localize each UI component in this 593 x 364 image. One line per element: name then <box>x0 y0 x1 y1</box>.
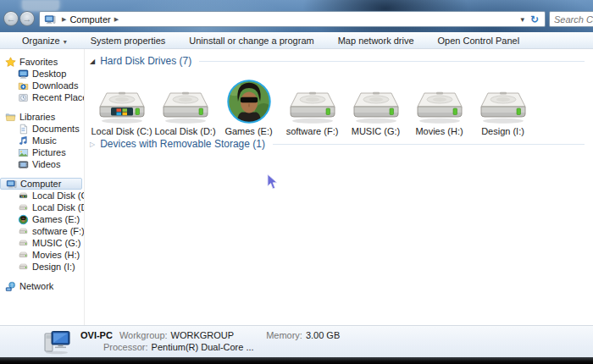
details-pane: OVI-PC Workgroup: WORKGROUP Memory: 3.00… <box>0 325 593 357</box>
status-lines: OVI-PC Workgroup: WORKGROUP Memory: 3.00… <box>80 330 340 354</box>
sidebar-gap <box>0 103 84 111</box>
drive-label: Design (I:) <box>481 126 524 136</box>
refresh-icon[interactable]: ↻ <box>529 14 542 25</box>
avatar-icon <box>18 214 29 225</box>
forward-button[interactable]: → <box>19 11 35 26</box>
group-header-removable[interactable]: ▷ Devices with Removable Storage (1) <box>90 138 585 150</box>
sidebar-item-network[interactable]: Network <box>0 280 84 292</box>
downloads-icon <box>18 80 29 91</box>
toolbar-button-map-network-drive[interactable]: Map network drive <box>326 36 426 46</box>
drives-row: Local Disk (C:)Local Disk (D:)Games (E:)… <box>90 78 585 136</box>
sidebar-item-favorites[interactable]: Favorites <box>0 56 84 68</box>
computer-icon <box>6 179 17 190</box>
sidebar-item-design-i[interactable]: Design (I:) <box>0 261 84 273</box>
drive-label: Movies (H:) <box>415 126 463 136</box>
sidebar-item-local-disk-c[interactable]: Local Disk (C:) <box>0 190 84 201</box>
sidebar-item-label: Libraries <box>19 112 55 122</box>
search-box[interactable] <box>549 11 593 27</box>
group-rule <box>199 61 585 62</box>
sidebar-gap <box>0 170 84 178</box>
sidebar-item-pictures[interactable]: Pictures <box>0 146 84 158</box>
sidebar-item-games-e[interactable]: Games (E:) <box>0 213 84 225</box>
address-bar[interactable]: ▶ Computer ▶ ▾ ↻ <box>39 11 546 27</box>
address-dropdown-icon[interactable]: ▾ <box>516 15 529 24</box>
sidebar-item-desktop[interactable]: Desktop <box>0 68 84 80</box>
status-line-1: OVI-PC Workgroup: WORKGROUP Memory: 3.00… <box>80 330 340 342</box>
toolbar-button-organize[interactable]: Organize▾ <box>10 36 79 46</box>
sidebar-item-label: Local Disk (D:) <box>32 202 85 212</box>
documents-icon <box>18 124 29 135</box>
taskbar-edge <box>0 357 593 364</box>
hard-drive-icon <box>416 78 463 125</box>
drive-local-disk-c[interactable]: Local Disk (C:) <box>90 78 153 136</box>
sidebar-item-label: Favorites <box>19 57 58 67</box>
breadcrumb-arrow-icon[interactable]: ▶ <box>114 16 119 23</box>
drive-icon <box>18 202 29 213</box>
music-icon <box>18 135 29 146</box>
status-line-2: Processor: Pentium(R) Dual-Core ... <box>103 342 340 354</box>
star-icon <box>5 57 16 68</box>
processor-label: Processor: <box>103 342 148 352</box>
videos-icon <box>18 159 29 170</box>
desktop-icon <box>18 69 29 80</box>
sidebar-item-label: Pictures <box>32 147 66 157</box>
sidebar-item-label: Desktop <box>32 69 66 79</box>
collapse-triangle-icon[interactable]: ◢ <box>90 58 95 65</box>
drive-music-g[interactable]: MUSIC (G:) <box>344 78 407 136</box>
sidebar-item-local-disk-d[interactable]: Local Disk (D:) <box>0 201 84 213</box>
sidebar-item-videos[interactable]: Videos <box>0 158 84 170</box>
sidebar-item-computer[interactable]: Computer <box>0 178 82 190</box>
command-toolbar: Organize▾System propertiesUninstall or c… <box>0 32 593 49</box>
sidebar-gap <box>0 273 84 280</box>
sidebar-item-music[interactable]: Music <box>0 135 84 146</box>
group-header-hdd[interactable]: ◢ Hard Disk Drives (7) <box>90 55 585 67</box>
drive-software-f[interactable]: software (F:) <box>280 78 344 136</box>
back-button[interactable]: ← <box>3 11 19 26</box>
computer-icon <box>42 329 71 356</box>
sidebar-item-libraries[interactable]: Libraries <box>0 111 84 123</box>
sidebar-item-music-g[interactable]: MUSIC (G:) <box>0 237 84 249</box>
hard-drive-icon <box>162 78 209 125</box>
processor-value: Pentium(R) Dual-Core ... <box>152 342 254 352</box>
sidebar-item-software-f[interactable]: software (F:) <box>0 225 84 237</box>
sidebar-item-label: MUSIC (G:) <box>32 238 80 248</box>
sidebar-item-label: Local Disk (C:) <box>32 190 85 201</box>
group-rule <box>273 144 585 145</box>
toolbar-button-system-properties[interactable]: System properties <box>79 36 178 46</box>
sidebar-item-label: Movies (H:) <box>32 250 80 260</box>
sidebar-item-label: Videos <box>32 159 60 169</box>
recent-icon <box>18 92 29 103</box>
breadcrumb-arrow-icon[interactable]: ▶ <box>62 16 66 23</box>
search-input[interactable] <box>550 12 593 26</box>
drive-icon <box>18 262 29 273</box>
sidebar-item-downloads[interactable]: Downloads <box>0 80 84 91</box>
group-title[interactable]: Devices with Removable Storage (1) <box>100 138 265 150</box>
drive-win-icon <box>18 190 29 201</box>
toolbar-button-open-control-panel[interactable]: Open Control Panel <box>426 36 532 46</box>
toolbar-button-uninstall-or-change-a-program[interactable]: Uninstall or change a program <box>177 36 325 46</box>
drive-design-i[interactable]: Design (I:) <box>471 78 535 136</box>
computer-icon <box>44 14 56 25</box>
file-list-pane: ◢ Hard Disk Drives (7) Local Disk (C:)Lo… <box>85 49 593 325</box>
group-title[interactable]: Hard Disk Drives (7) <box>100 55 191 67</box>
navigation-pane: FavoritesDesktopDownloadsRecent PlacesLi… <box>0 49 85 325</box>
computer-name: OVI-PC <box>80 330 113 340</box>
drive-movies-h[interactable]: Movies (H:) <box>407 78 471 136</box>
drive-label: Local Disk (C:) <box>91 126 152 136</box>
drive-label: Local Disk (D:) <box>154 126 215 136</box>
explorer-window: ← → ▶ Computer ▶ ▾ ↻ Organize▾System pro… <box>0 0 593 364</box>
drive-local-disk-d[interactable]: Local Disk (D:) <box>153 78 217 136</box>
breadcrumb-computer[interactable]: Computer <box>69 14 110 25</box>
window-peek-blob <box>22 0 59 11</box>
drive-games-e[interactable]: Games (E:) <box>217 78 280 136</box>
sidebar-item-label: software (F:) <box>32 226 85 236</box>
expand-triangle-icon[interactable]: ▷ <box>90 141 95 148</box>
sidebar-item-recent-places[interactable]: Recent Places <box>0 91 84 103</box>
sidebar-item-documents[interactable]: Documents <box>0 123 84 135</box>
workgroup-value: WORKGROUP <box>171 330 235 340</box>
memory-label: Memory: <box>266 330 302 340</box>
sidebar-item-movies-h[interactable]: Movies (H:) <box>0 249 84 261</box>
workgroup-label: Workgroup: <box>119 330 168 340</box>
hard-drive-icon <box>289 78 336 125</box>
sidebar-item-label: Design (I:) <box>32 262 75 272</box>
